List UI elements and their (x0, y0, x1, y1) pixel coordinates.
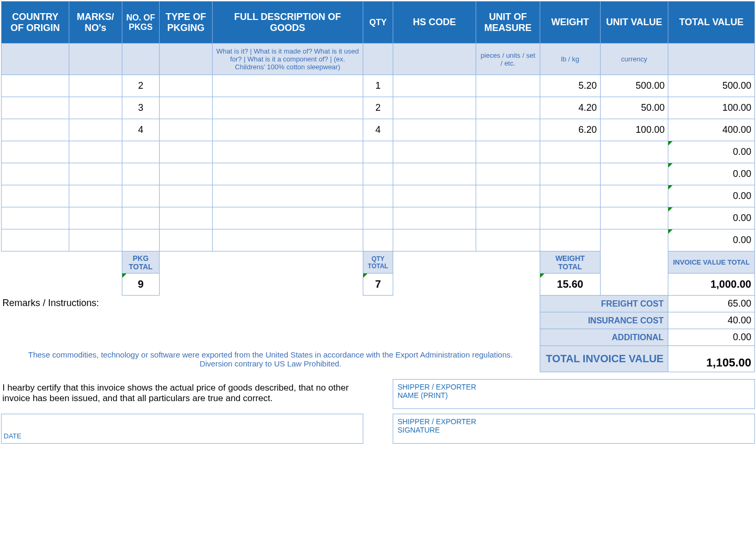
cell-marks[interactable] (69, 75, 122, 97)
header-country: COUNTRY OF ORIGIN (2, 2, 69, 44)
cell-weight[interactable]: 4.20 (540, 97, 600, 119)
shipper-sig-l2: SIGNATURE (397, 426, 750, 434)
pkg-total-value: 9 (122, 274, 160, 296)
cell-uvalue[interactable]: 500.00 (600, 75, 668, 97)
header-uom: UNIT OF MEASURE (476, 2, 540, 44)
date-box[interactable]: DATE (2, 414, 363, 444)
cell-weight[interactable]: 5.20 (540, 75, 600, 97)
cell-hs[interactable] (393, 75, 476, 97)
cell-tvalue[interactable]: 0.00 (668, 229, 754, 251)
weight-total-value: 15.60 (540, 274, 600, 296)
additional-cost-label: ADDITIONAL (540, 329, 668, 346)
cell-country[interactable] (2, 75, 69, 97)
table-row: 0.00 (2, 163, 755, 185)
freight-cost-label: FREIGHT COST (540, 296, 668, 312)
cell-hs[interactable] (393, 119, 476, 141)
cell-pkging[interactable] (160, 75, 212, 97)
cell-tvalue[interactable]: 0.00 (668, 207, 754, 229)
cell-hs[interactable] (393, 97, 476, 119)
shipper-name-l1: SHIPPER / EXPORTER (397, 383, 750, 391)
hint-uom[interactable]: pieces / units / set / etc. (476, 44, 540, 75)
cell-tvalue[interactable]: 0.00 (668, 141, 754, 163)
cell-desc[interactable] (212, 97, 363, 119)
cell-marks[interactable] (69, 119, 122, 141)
table-row: 0.00 (2, 185, 755, 207)
invoice-total-label: INVOICE VALUE TOTAL (668, 251, 754, 274)
shipper-name-box[interactable]: SHIPPER / EXPORTER NAME (PRINT) (393, 380, 755, 409)
table-row: 4 4 6.20 100.00 400.00 (2, 119, 755, 141)
total-invoice-value: 1,105.00 (668, 346, 754, 372)
header-marks: MARKS/ NO's (69, 2, 122, 44)
certify-row: I hearby certify that this invoice shows… (2, 380, 755, 409)
export-total-row: These commodities, technology or softwar… (2, 346, 755, 372)
total-invoice-label: TOTAL INVOICE VALUE (540, 346, 668, 372)
table-row: 2 1 5.20 500.00 500.00 (2, 75, 755, 97)
hint-weight[interactable]: lb / kg (540, 44, 600, 75)
hint-uvalue[interactable]: currency (600, 44, 668, 75)
table-row: 3 2 4.20 50.00 100.00 (2, 97, 755, 119)
cell-qty[interactable]: 1 (363, 75, 393, 97)
cell-tvalue[interactable]: 400.00 (668, 119, 754, 141)
header-uvalue: UNIT VALUE (600, 2, 668, 44)
cell-marks[interactable] (69, 97, 122, 119)
hint-row: What is it? | What is it made of? What i… (2, 44, 755, 75)
cell-pkgs[interactable]: 2 (122, 75, 160, 97)
table-row: 0.00 (2, 229, 755, 251)
remarks-label[interactable]: Remarks / Instructions: (2, 296, 540, 346)
hint-country[interactable] (2, 44, 69, 75)
cell-uom[interactable] (476, 97, 540, 119)
cell-country[interactable] (2, 97, 69, 119)
cell-uvalue[interactable]: 50.00 (600, 97, 668, 119)
header-pkgs: NO. OF PKGS (122, 2, 160, 44)
cell-tvalue[interactable]: 0.00 (668, 185, 754, 207)
export-note: These commodities, technology or softwar… (2, 346, 540, 372)
cell-tvalue[interactable]: 500.00 (668, 75, 754, 97)
header-hs: HS CODE (393, 2, 476, 44)
shipper-sig-l1: SHIPPER / EXPORTER (397, 417, 750, 426)
insurance-cost-value[interactable]: 40.00 (668, 312, 754, 329)
cell-tvalue[interactable]: 0.00 (668, 163, 754, 185)
cell-qty[interactable]: 2 (363, 97, 393, 119)
header-weight: WEIGHT (540, 2, 600, 44)
certify-text: I hearby certify that this invoice shows… (2, 380, 363, 414)
weight-total-label: WEIGHT TOTAL (540, 251, 600, 274)
shipper-signature-box[interactable]: SHIPPER / EXPORTER SIGNATURE (393, 414, 755, 444)
hint-hs[interactable] (393, 44, 476, 75)
hint-desc[interactable]: What is it? | What is it made of? What i… (212, 44, 363, 75)
freight-cost-value[interactable]: 65.00 (668, 296, 754, 312)
insurance-cost-label: INSURANCE COST (540, 312, 668, 329)
invoice-total-value: 1,000.00 (668, 274, 754, 296)
cell-uvalue[interactable]: 100.00 (600, 119, 668, 141)
shipper-name-l2: NAME (PRINT) (397, 391, 750, 400)
pkg-total-label: PKG TOTAL (122, 251, 160, 274)
qty-total-label: QTY TOTAL (363, 251, 393, 274)
cell-desc[interactable] (212, 75, 363, 97)
cell-uom[interactable] (476, 75, 540, 97)
table-row: 0.00 (2, 141, 755, 163)
cell-country[interactable] (2, 119, 69, 141)
header-qty: QTY (363, 2, 393, 44)
hint-tvalue[interactable] (668, 44, 754, 75)
cell-weight[interactable]: 6.20 (540, 119, 600, 141)
hint-pkgs[interactable] (122, 44, 160, 75)
additional-cost-value[interactable]: 0.00 (668, 329, 754, 346)
cell-pkgs[interactable]: 3 (122, 97, 160, 119)
cell-qty[interactable]: 4 (363, 119, 393, 141)
table-row: 0.00 (2, 207, 755, 229)
hint-qty[interactable] (363, 44, 393, 75)
header-row: COUNTRY OF ORIGIN MARKS/ NO's NO. OF PKG… (2, 2, 755, 44)
hint-pkging[interactable] (160, 44, 212, 75)
commercial-invoice-table: COUNTRY OF ORIGIN MARKS/ NO's NO. OF PKG… (1, 1, 755, 444)
cell-pkgs[interactable]: 4 (122, 119, 160, 141)
header-desc: FULL DESCRIPTION OF GOODS (212, 2, 363, 44)
qty-total-value: 7 (363, 274, 393, 296)
remarks-freight-row: Remarks / Instructions: FREIGHT COST 65.… (2, 296, 755, 312)
header-pkging: TYPE OF PKGING (160, 2, 212, 44)
cell-pkging[interactable] (160, 119, 212, 141)
header-tvalue: TOTAL VALUE (668, 2, 754, 44)
cell-uom[interactable] (476, 119, 540, 141)
hint-marks[interactable] (69, 44, 122, 75)
cell-pkging[interactable] (160, 97, 212, 119)
cell-desc[interactable] (212, 119, 363, 141)
cell-tvalue[interactable]: 100.00 (668, 97, 754, 119)
